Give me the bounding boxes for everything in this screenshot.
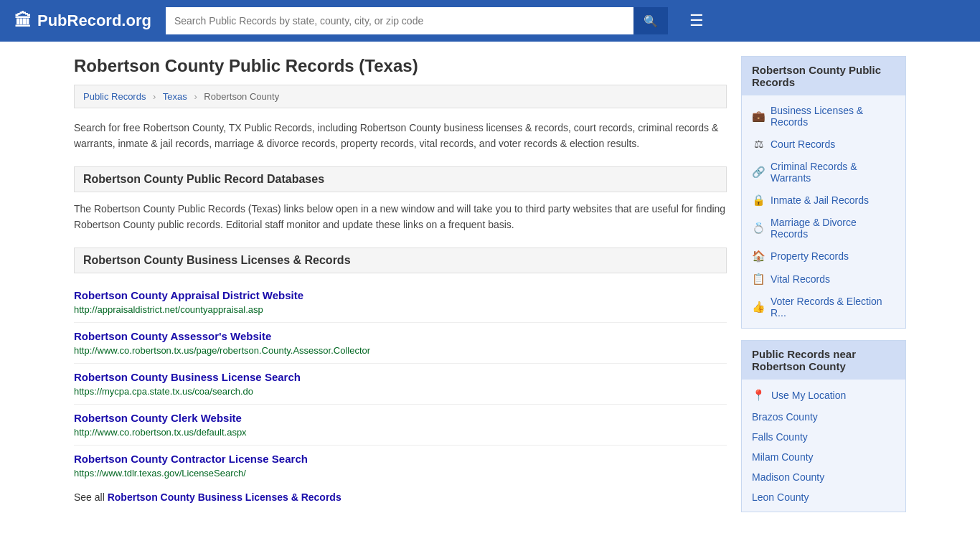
record-entry-3: Robertson County Clerk Website http://ww… [74, 405, 727, 446]
main-content: Robertson County Public Records (Texas) … [74, 56, 727, 524]
record-url-4: https://www.tdlr.texas.gov/LicenseSearch… [74, 468, 246, 479]
near-item-falls[interactable]: Falls County [742, 427, 905, 447]
near-items-list: 📍 Use My Location Brazos County Falls Co… [742, 380, 905, 512]
breadcrumb-texas[interactable]: Texas [163, 91, 187, 102]
see-all: See all Robertson County Business Licens… [74, 491, 727, 503]
record-link-4[interactable]: Robertson County Contractor License Sear… [74, 453, 727, 465]
see-all-link[interactable]: Robertson County Business Licenses & Rec… [108, 491, 341, 503]
sidebar-item-criminal[interactable]: 🔗 Criminal Records & Warrants [742, 156, 905, 189]
sidebar-label-criminal: Criminal Records & Warrants [771, 161, 895, 184]
scales-icon: ⚖ [752, 138, 765, 151]
sidebar-label-business: Business Licenses & Records [771, 105, 895, 128]
logo-text: PubRecord.org [37, 11, 151, 30]
breadcrumb-robertson: Robertson County [204, 91, 279, 102]
page-container: Robertson County Public Records (Texas) … [60, 42, 920, 538]
sidebar-item-court[interactable]: ⚖ Court Records [742, 133, 905, 156]
record-entry-1: Robertson County Assessor's Website http… [74, 323, 727, 364]
sidebar-near-box: Public Records near Robertson County 📍 U… [741, 340, 906, 512]
location-pin-icon: 📍 [752, 389, 765, 402]
record-link-2[interactable]: Robertson County Business License Search [74, 371, 727, 383]
logo-icon: 🏛 [14, 11, 32, 31]
sidebar-public-records-title: Robertson County Public Records [742, 57, 905, 95]
search-input[interactable] [166, 7, 633, 34]
record-entry-0: Robertson County Appraisal District Webs… [74, 282, 727, 323]
record-link-3[interactable]: Robertson County Clerk Website [74, 412, 727, 424]
near-item-leon[interactable]: Leon County [742, 487, 905, 507]
record-url-1: http://www.co.robertson.tx.us/page/rober… [74, 345, 370, 356]
header: 🏛 PubRecord.org 🔍 ☰ [0, 0, 980, 42]
sidebar-item-business[interactable]: 💼 Business Licenses & Records [742, 100, 905, 133]
sidebar: Robertson County Public Records 💼 Busine… [741, 56, 906, 524]
search-icon: 🔍 [644, 15, 658, 27]
sidebar-item-vital[interactable]: 📋 Vital Records [742, 268, 905, 291]
home-icon: 🏠 [752, 250, 765, 263]
record-link-1[interactable]: Robertson County Assessor's Website [74, 330, 727, 342]
ring-icon: 💍 [752, 222, 765, 235]
hamburger-icon: ☰ [689, 11, 704, 29]
sidebar-public-records-box: Robertson County Public Records 💼 Busine… [741, 56, 906, 329]
near-item-brazos[interactable]: Brazos County [742, 407, 905, 427]
record-url-0: http://appraisaldistrict.net/countyappra… [74, 304, 263, 315]
records-list: Robertson County Appraisal District Webs… [74, 282, 727, 486]
breadcrumb-public-records[interactable]: Public Records [83, 91, 146, 102]
near-item-madison[interactable]: Madison County [742, 467, 905, 487]
logo[interactable]: 🏛 PubRecord.org [14, 11, 151, 31]
record-entry-2: Robertson County Business License Search… [74, 364, 727, 405]
link-icon: 🔗 [752, 166, 765, 179]
briefcase-icon: 💼 [752, 110, 765, 123]
sidebar-item-voter[interactable]: 👍 Voter Records & Election R... [742, 291, 905, 324]
lock-icon: 🔒 [752, 194, 765, 207]
near-item-milam[interactable]: Milam County [742, 447, 905, 467]
record-url-2: https://mycpa.cpa.state.tx.us/coa/search… [74, 386, 253, 397]
breadcrumb: Public Records › Texas › Robertson Count… [74, 85, 727, 108]
search-bar: 🔍 [166, 7, 668, 34]
clipboard-icon: 📋 [752, 273, 765, 286]
thumbsup-icon: 👍 [752, 301, 765, 314]
near-item-location[interactable]: 📍 Use My Location [742, 384, 905, 407]
sidebar-item-inmate[interactable]: 🔒 Inmate & Jail Records [742, 189, 905, 212]
sidebar-near-title: Public Records near Robertson County [742, 341, 905, 380]
search-button[interactable]: 🔍 [633, 7, 668, 34]
business-licenses-header: Robertson County Business Licenses & Rec… [74, 248, 727, 273]
sidebar-label-marriage: Marriage & Divorce Records [771, 217, 895, 240]
record-link-0[interactable]: Robertson County Appraisal District Webs… [74, 289, 727, 301]
sidebar-label-voter: Voter Records & Election R... [771, 296, 895, 319]
sidebar-label-inmate: Inmate & Jail Records [771, 194, 869, 206]
breadcrumb-sep-2: › [194, 91, 197, 102]
record-entry-4: Robertson County Contractor License Sear… [74, 446, 727, 486]
menu-button[interactable]: ☰ [689, 11, 704, 30]
sidebar-item-marriage[interactable]: 💍 Marriage & Divorce Records [742, 212, 905, 245]
sidebar-items-list: 💼 Business Licenses & Records ⚖ Court Re… [742, 95, 905, 328]
near-label-location: Use My Location [771, 390, 846, 401]
sidebar-label-vital: Vital Records [771, 273, 830, 285]
sidebar-label-court: Court Records [771, 138, 835, 150]
breadcrumb-sep-1: › [153, 91, 156, 102]
sidebar-label-property: Property Records [771, 250, 849, 262]
databases-header: Robertson County Public Record Databases [74, 166, 727, 192]
record-url-3: http://www.co.robertson.tx.us/default.as… [74, 427, 247, 438]
see-all-label: See all [74, 491, 108, 503]
databases-description: The Robertson County Public Records (Tex… [74, 201, 727, 233]
sidebar-item-property[interactable]: 🏠 Property Records [742, 245, 905, 268]
page-title: Robertson County Public Records (Texas) [74, 56, 727, 76]
page-description: Search for free Robertson County, TX Pub… [74, 120, 727, 152]
